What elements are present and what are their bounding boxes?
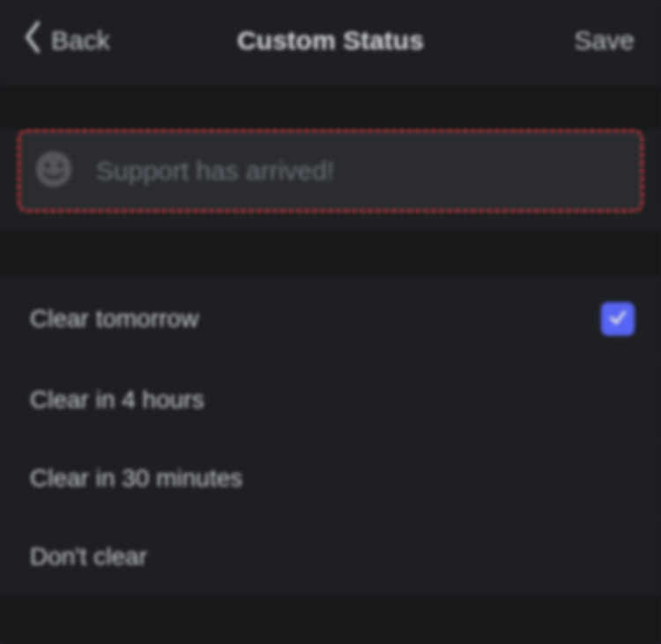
section-divider [0,232,661,278]
svg-point-1 [45,162,50,167]
status-section [0,130,661,212]
back-button[interactable]: Back [19,19,110,61]
clear-option-4-hours[interactable]: Clear in 4 hours [0,360,661,439]
back-label: Back [51,26,110,56]
option-label: Don't clear [30,543,147,571]
check-icon [608,305,628,333]
emoji-picker-button[interactable] [34,152,73,190]
smile-icon [34,150,73,192]
svg-point-2 [57,162,63,167]
svg-point-0 [36,152,71,187]
clear-option-30-minutes[interactable]: Clear in 30 minutes [0,439,661,517]
chevron-left-icon [19,19,46,61]
section-divider [0,596,661,644]
option-label: Clear in 4 hours [30,386,204,414]
header-bar: Back Custom Status Save [0,0,661,85]
clear-option-tomorrow[interactable]: Clear tomorrow [0,278,661,360]
clear-options-list: Clear tomorrow Clear in 4 hours Clear in… [0,278,661,596]
status-text-input[interactable] [96,156,627,186]
page-title: Custom Status [237,26,424,56]
option-label: Clear in 30 minutes [30,464,242,492]
status-input-row [18,130,643,212]
save-button[interactable]: Save [575,26,635,56]
clear-option-dont-clear[interactable]: Don't clear [0,517,661,596]
section-divider [0,85,661,130]
option-label: Clear tomorrow [30,305,198,333]
checkbox-checked[interactable] [601,302,635,336]
